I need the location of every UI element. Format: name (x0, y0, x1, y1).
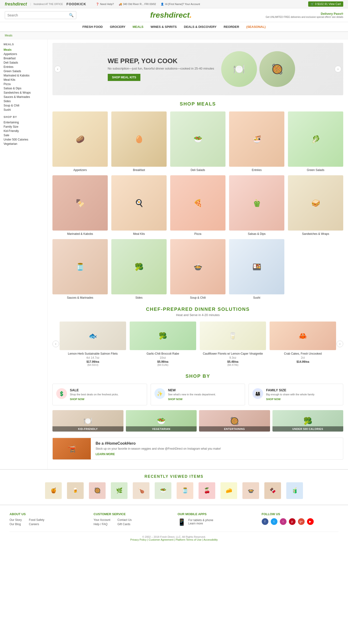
sidebar-item-pizza[interactable]: Pizza (4, 82, 44, 86)
recent-item-8[interactable]: 🧀 (219, 482, 238, 500)
footer-careers[interactable]: Careers (29, 522, 44, 526)
footer-contact-us[interactable]: Contact Us (118, 518, 132, 522)
cat-kid-friendly[interactable]: 🍽️ KID-FRIENDLY (53, 410, 124, 432)
sidebar-item-appetizers[interactable]: Appetizers (4, 52, 44, 56)
youtube-icon[interactable]: ▶ (307, 518, 314, 525)
twitter-icon[interactable]: t (271, 518, 277, 525)
recent-item-9[interactable]: 🍲 (241, 482, 260, 500)
recent-item-0[interactable]: 🍯 (44, 482, 63, 500)
carousel-next-button[interactable]: › (336, 340, 343, 347)
footer-your-account[interactable]: Your Account (94, 518, 110, 522)
foodkick-logo[interactable]: FOODKICK (67, 2, 86, 6)
search-button[interactable]: 🔍 (69, 13, 74, 18)
recent-item-4[interactable]: 🍗 (132, 482, 151, 500)
sidebar-item-kabobs[interactable]: Marinated & Kabobs (4, 73, 44, 78)
cat-entertaining[interactable]: 🥘 ENTERTAINING (199, 410, 270, 432)
shop-meal-kits-button[interactable]: SHOP MEAL KITS (108, 74, 141, 81)
recent-item-6[interactable]: 🫙 (175, 482, 194, 500)
office-logo[interactable]: freshdirect AT THE OFFICE (31, 3, 63, 6)
shop-by-family[interactable]: 👨‍👩‍👧 FAMILY SIZE Big enough to share wi… (249, 384, 343, 405)
nav-wines[interactable]: WINES & SPIRITS (151, 24, 177, 29)
cat-kabobs[interactable]: 🍢 Marinated & Kabobs (53, 175, 108, 236)
cat-meal-kits[interactable]: 🍳 Meal Kits (111, 175, 167, 236)
gplus-icon[interactable]: g+ (298, 518, 305, 525)
instagram-icon[interactable]: i (280, 518, 286, 525)
footer-our-blog[interactable]: Our Blog (10, 522, 22, 526)
footer-gift-cards[interactable]: Gift Cards (118, 522, 132, 526)
sale-cta[interactable]: SHOP NOW (70, 398, 84, 400)
sidebar-item-meal-kits[interactable]: Meal Kits (4, 78, 44, 82)
nav-grocery[interactable]: GROCERY (110, 24, 125, 29)
shop-by-sale[interactable]: 💲 SALE Shop the best deals on the freshe… (53, 384, 147, 405)
shop-by-new[interactable]: ✨ NEW See what's new in the meals depart… (151, 384, 245, 405)
cat-salsas[interactable]: 🫑 Salsas & Dips (229, 175, 284, 236)
recent-item-3[interactable]: 🌿 (110, 482, 129, 500)
recent-img-11: 🧃 (286, 482, 303, 499)
nav-seasonal[interactable]: (SEASONAL) (246, 24, 265, 29)
sidebar-item-sauces[interactable]: Sauces & Marinades (4, 95, 44, 99)
breadcrumb-text[interactable]: Meals (5, 34, 13, 37)
sidebar-item-sandwiches[interactable]: Sandwiches & Wraps (4, 90, 44, 95)
recent-item-2[interactable]: 🥘 (88, 482, 107, 500)
apps-learn-more[interactable]: Learn more (188, 522, 213, 525)
nav-meals[interactable]: MEALS (133, 24, 144, 29)
cat-breakfast[interactable]: 🥚 Breakfast (111, 112, 167, 172)
sidebar-item-sale[interactable]: Sale (4, 133, 44, 138)
footer-help-faq[interactable]: Help / FAQ (94, 522, 110, 526)
footer-our-story[interactable]: Our Story (10, 518, 22, 522)
cat-green-salads[interactable]: 🥬 Green Salads (288, 112, 343, 172)
nav-reorder[interactable]: REORDER (224, 24, 239, 29)
cat-under-500[interactable]: 🥦 UNDER 500 CALORIES (272, 410, 343, 432)
cat-sandwiches[interactable]: 🥪 Sandwiches & Wraps (288, 175, 343, 236)
sidebar-item-entrees[interactable]: Entrées (4, 65, 44, 69)
carousel-prev-button[interactable]: ‹ (53, 340, 59, 347)
hero-prev-button[interactable]: ‹ (54, 66, 61, 72)
cat-sauces[interactable]: 🫙 Sauces & Marinades (53, 239, 108, 299)
search-input[interactable] (8, 13, 69, 17)
cat-sides[interactable]: 🥦 Sides (111, 239, 167, 299)
delivery-info[interactable]: 🚚340 Old River R... FRI 03/02 (119, 2, 156, 6)
sidebar-item-green-salads[interactable]: Green Salads (4, 69, 44, 73)
family-cta[interactable]: SHOP NOW (266, 398, 280, 400)
recent-item-5[interactable]: 🥗 (154, 482, 173, 500)
cat-pizza[interactable]: 🍕 Pizza (170, 175, 225, 236)
recent-item-1[interactable]: 🍺 (66, 482, 85, 500)
sidebar-item-breakfast[interactable]: Breakfast (4, 56, 44, 60)
sidebar-item-soup[interactable]: Soup & Chili (4, 103, 44, 108)
main-logo[interactable]: freshdirect. (150, 11, 192, 20)
footer-bottom-links[interactable]: Privacy Policy | Customer Agreement | Pl… (10, 538, 338, 541)
sidebar-item-meals[interactable]: Meals (4, 48, 44, 52)
account-link[interactable]: 👤Hi [First Name]? Your Account (161, 2, 200, 6)
cat-deli-salads[interactable]: 🥗 Deli Salads (170, 112, 225, 172)
need-help-link[interactable]: ❓Need Help? (96, 2, 114, 6)
new-cta[interactable]: SHOP NOW (168, 398, 183, 400)
sidebar-item-kid-friendly[interactable]: Kid-Friendly (4, 129, 44, 133)
cat-appetizers[interactable]: 🥔 Appetizers (53, 112, 108, 172)
sidebar-item-sides[interactable]: Sides (4, 99, 44, 103)
recent-item-7[interactable]: 🍒 (197, 482, 216, 500)
cart-button[interactable]: 🛒 0 $102.91 View Cart (308, 2, 343, 7)
recent-item-11[interactable]: 🧃 (285, 482, 304, 500)
sidebar-item-vegetarian[interactable]: Vegetarian (4, 142, 44, 146)
cat-vegetarian[interactable]: 🥗 VEGETARIAN (126, 410, 197, 432)
nav-fresh-food[interactable]: FRESH FOOD (83, 24, 103, 29)
cat-entrees[interactable]: 🍜 Entrées (229, 112, 284, 172)
cat-soup[interactable]: 🍲 Soup & Chili (170, 239, 225, 299)
sidebar-item-family-size[interactable]: Family Size (4, 124, 44, 129)
sidebar-item-deli-salads[interactable]: Deli Salads (4, 60, 44, 65)
sidebar-item-sushi[interactable]: Sushi (4, 108, 44, 112)
nav-deals[interactable]: DEALS & DISCOVERY (184, 24, 217, 29)
hero-next-button[interactable]: › (335, 66, 341, 72)
delivery-pass[interactable]: Delivery Pass® Get UNLIMITED FREE delive… (265, 12, 343, 18)
pinterest-icon[interactable]: p (289, 518, 295, 525)
sidebar-item-salsas[interactable]: Salsas & Dips (4, 86, 44, 90)
facebook-icon[interactable]: f (262, 518, 268, 525)
cat-sushi[interactable]: 🍱 Sushi (229, 239, 284, 299)
footer-food-safety[interactable]: Food Safety (29, 518, 44, 522)
freshdirect-logo[interactable]: freshdirect (5, 2, 27, 7)
insta-learn-more[interactable]: LEARN MORE (96, 452, 115, 456)
sidebar-item-under-500[interactable]: Under 500 Calories (4, 138, 44, 142)
insta-headline: Be a #HomeCookHero (96, 441, 221, 446)
recent-item-10[interactable]: 🍫 (263, 482, 282, 500)
sidebar-item-entertaining[interactable]: Entertaining (4, 120, 44, 124)
